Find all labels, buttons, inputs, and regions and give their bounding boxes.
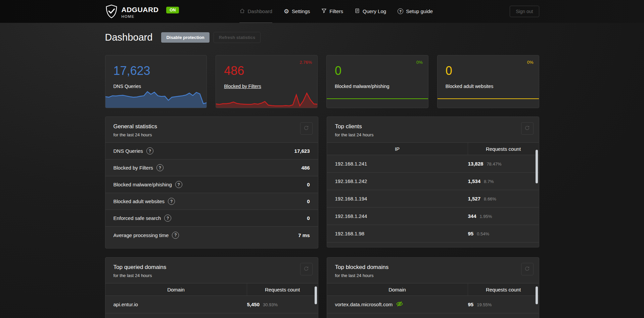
main-nav: Dashboard ⚙ Settings Filters [239,0,433,23]
dns-queries-sparkline [105,89,207,108]
scrollbar-thumb[interactable] [536,150,538,183]
blocked-adult-value: 0 [446,65,452,77]
refresh-button[interactable] [521,263,534,275]
disable-protection-button[interactable]: Disable protection [161,32,209,43]
top-clients-subtitle: for the last 24 hours [335,132,531,137]
dns-queries-label: DNS Queries [113,84,141,89]
stat-row: Enforced safe search 0 [105,210,318,227]
funnel-icon [321,8,327,14]
refresh-button[interactable] [300,263,313,275]
blocked-adult-percent: 0% [527,60,534,65]
help-icon[interactable] [164,215,171,222]
top-blocked-domains-panel: Top blocked domains for the last 24 hour… [327,257,539,318]
help-icon[interactable] [172,232,179,239]
table-header: IP Requests count [327,143,539,155]
top-clients-panel: Top clients for the last 24 hours IP Req… [327,117,539,247]
top-queried-domains-subtitle: for the last 24 hours [113,273,310,278]
document-icon [355,8,360,14]
adguard-home-logo[interactable]: ADGUARD HOME ON [105,4,179,18]
refresh-icon [304,125,309,132]
help-icon[interactable] [146,147,153,154]
stat-row: Blocked malware/phishing 0 [105,176,318,193]
table-row: 192.168.1.241 13,82878.47% [327,155,539,173]
refresh-button[interactable] [521,122,534,135]
nav-item-settings[interactable]: ⚙ Settings [284,0,310,23]
refresh-icon [524,125,530,132]
table-row: api.entur.io 5,45030.93% [105,296,318,313]
table-header: Domain Requests count [105,283,318,296]
stat-cards-row: 17,623 DNS Queries 2.76% 486 Blocked by … [105,55,539,108]
table-row: vortex.data.microsoft.com 9519.55% [327,296,539,313]
table-header: Domain Requests count [327,283,539,296]
blocked-filters-sparkline [216,89,317,108]
top-blocked-domains-subtitle: for the last 24 hours [335,273,531,278]
blocked-malware-sparkline [327,89,428,108]
help-icon[interactable] [175,181,182,188]
stat-row: Blocked adult websites 0 [105,193,318,210]
blocked-filters-card: 2.76% 486 Blocked by Filters [216,55,318,108]
page-title: Dashboard [105,32,153,43]
blocked-malware-label: Blocked malware/phishing [335,84,389,89]
home-icon [239,8,245,15]
stat-row: Blocked by Filters 486 [105,160,318,176]
blocked-filters-value: 486 [224,65,244,77]
shield-check-logo-icon [105,4,118,18]
top-blocked-domains-title: Top blocked domains [335,264,531,271]
nav-item-query-log[interactable]: Query Log [355,0,386,23]
refresh-icon [304,266,309,272]
top-nav-bar: ADGUARD HOME ON Dashboard ⚙ Settings [0,0,644,23]
protection-status-badge: ON [166,7,179,13]
sign-out-button[interactable]: Sign out [510,6,539,17]
nav-item-setup-guide[interactable]: Setup guide [398,0,433,23]
scrollbar-thumb[interactable] [315,286,317,304]
refresh-icon [524,266,530,272]
dns-queries-value: 17,623 [113,65,150,77]
eye-off-icon [396,300,403,309]
help-icon[interactable] [156,164,164,171]
stat-row: Average processing time 7 ms [105,227,318,243]
top-queried-domains-title: Top queried domains [113,264,310,271]
gear-icon: ⚙ [284,8,289,14]
help-icon[interactable] [168,198,175,205]
table-row: 192.168.1.244 3441.95% [327,208,539,225]
nav-item-dashboard[interactable]: Dashboard [239,0,272,23]
table-row: 192.168.1.194 1,5278.66% [327,190,539,208]
brand-name: ADGUARD [122,6,159,13]
scrollbar-thumb[interactable] [536,286,538,304]
general-statistics-title: General statistics [113,123,310,130]
table-row: 192.168.1.242 1,5348.7% [327,173,539,190]
blocked-adult-label: Blocked adult websites [446,84,493,89]
general-statistics-subtitle: for the last 24 hours [113,132,310,137]
question-icon [398,8,403,14]
refresh-statistics-button[interactable]: Refresh statistics [214,32,261,43]
blocked-filters-percent: 2.76% [300,60,312,65]
nav-item-filters[interactable]: Filters [321,0,343,23]
table-row: 192.168.1.98 950.54% [327,225,539,242]
blocked-adult-sparkline [438,89,539,108]
brand-subtitle: HOME [122,14,159,18]
dns-queries-card: 17,623 DNS Queries [105,55,207,108]
stat-row: DNS Queries 17,623 [105,143,318,160]
blocked-malware-card: 0% 0 Blocked malware/phishing [326,55,428,108]
top-queried-domains-panel: Top queried domains for the last 24 hour… [105,257,318,318]
blocked-malware-percent: 0% [416,60,423,65]
general-statistics-panel: General statistics for the last 24 hours… [105,117,318,248]
dashboard-page: Dashboard Disable protection Refresh sta… [105,32,539,318]
blocked-adult-card: 0% 0 Blocked adult websites [437,55,539,108]
blocked-malware-value: 0 [335,65,341,77]
blocked-filters-link[interactable]: Blocked by Filters [224,84,261,89]
refresh-button[interactable] [300,122,313,135]
top-clients-title: Top clients [335,123,531,130]
